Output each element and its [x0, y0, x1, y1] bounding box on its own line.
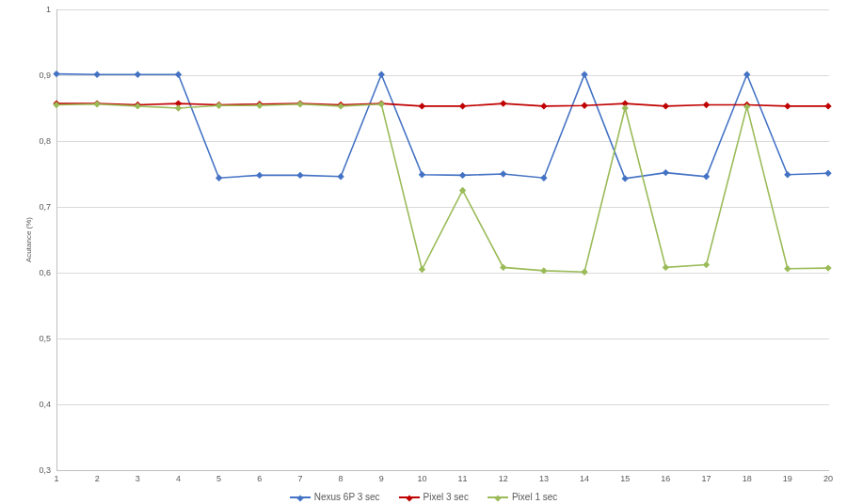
x-tick-label: 20: [823, 474, 833, 483]
data-marker: [663, 265, 669, 271]
x-tick-label: 1: [54, 474, 58, 483]
series-line: [56, 103, 828, 106]
legend-item: Pixel 1 sec: [487, 492, 557, 502]
data-marker: [582, 102, 587, 108]
data-marker: [825, 265, 831, 271]
y-tick-label: 0,6: [39, 268, 51, 277]
x-tick-label: 13: [539, 474, 549, 483]
legend-swatch: [290, 496, 311, 498]
data-marker: [744, 71, 750, 77]
x-tick-label: 8: [339, 474, 344, 483]
data-marker: [704, 174, 710, 180]
x-tick-label: 11: [458, 474, 468, 483]
y-tick-label: 0,5: [39, 334, 51, 343]
data-marker: [622, 176, 628, 181]
data-marker: [785, 266, 791, 272]
x-tick-label: 19: [783, 474, 792, 483]
legend-label: Nexus 6P 3 sec: [314, 492, 380, 502]
x-tick-label: 3: [136, 474, 140, 483]
x-tick-label: 6: [257, 474, 262, 483]
data-marker: [663, 103, 669, 109]
chart-lines: [56, 9, 828, 470]
y-tick-label: 0,9: [39, 71, 51, 80]
legend-swatch: [399, 496, 420, 498]
legend-swatch: [487, 496, 508, 498]
data-marker: [704, 262, 710, 268]
data-marker: [176, 71, 182, 77]
data-marker: [785, 172, 791, 178]
data-marker: [582, 71, 587, 77]
legend-item: Nexus 6P 3 sec: [290, 492, 380, 502]
data-marker: [541, 103, 547, 109]
x-tick-label: 4: [176, 474, 181, 483]
y-axis-label: Acutance (%): [24, 217, 33, 262]
data-marker: [420, 103, 425, 109]
y-tick-label: 0,3: [39, 465, 51, 475]
data-marker: [338, 174, 344, 180]
data-marker: [257, 173, 263, 179]
data-marker: [54, 71, 59, 77]
series-line: [56, 104, 828, 272]
data-marker: [420, 267, 425, 273]
data-marker: [622, 105, 628, 111]
data-marker: [825, 103, 831, 109]
data-marker: [216, 175, 222, 181]
x-tick-label: 2: [95, 474, 100, 483]
x-tick-label: 17: [702, 474, 711, 483]
data-marker: [785, 103, 791, 109]
y-tick-label: 0,7: [39, 202, 51, 212]
series-line: [56, 74, 828, 179]
data-marker: [297, 173, 303, 179]
data-marker: [704, 102, 710, 108]
data-marker: [541, 175, 547, 181]
legend-item: Pixel 3 sec: [399, 492, 469, 502]
data-marker: [825, 170, 831, 176]
data-marker: [501, 171, 506, 177]
y-tick-label: 0,8: [39, 136, 51, 146]
data-marker: [541, 268, 547, 274]
x-tick-label: 16: [661, 474, 670, 483]
x-tick-label: 14: [580, 474, 589, 483]
x-tick-label: 9: [379, 474, 384, 483]
data-marker: [460, 188, 466, 194]
data-marker: [94, 71, 100, 77]
data-marker: [378, 71, 384, 77]
x-tick-label: 10: [417, 474, 426, 483]
chart: Acutance (%) 0,30,40,50,60,70,80,91 1234…: [0, 0, 847, 504]
x-tick-label: 7: [297, 474, 302, 483]
y-tick-label: 1: [46, 5, 51, 14]
x-tick-label: 5: [216, 474, 221, 483]
data-marker: [460, 103, 466, 109]
data-marker: [420, 172, 425, 178]
legend-label: Pixel 3 sec: [424, 492, 469, 502]
data-marker: [663, 170, 669, 176]
data-marker: [501, 265, 506, 271]
x-tick-label: 15: [620, 474, 630, 483]
data-marker: [135, 71, 140, 77]
data-marker: [501, 101, 506, 106]
data-marker: [582, 269, 587, 275]
legend: Nexus 6P 3 secPixel 3 secPixel 1 sec: [0, 492, 847, 502]
y-tick-label: 0,4: [39, 400, 51, 409]
data-marker: [460, 173, 466, 179]
x-tick-label: 12: [499, 474, 508, 483]
legend-label: Pixel 1 sec: [512, 492, 557, 502]
x-tick-label: 18: [743, 474, 752, 483]
data-marker: [176, 105, 182, 111]
